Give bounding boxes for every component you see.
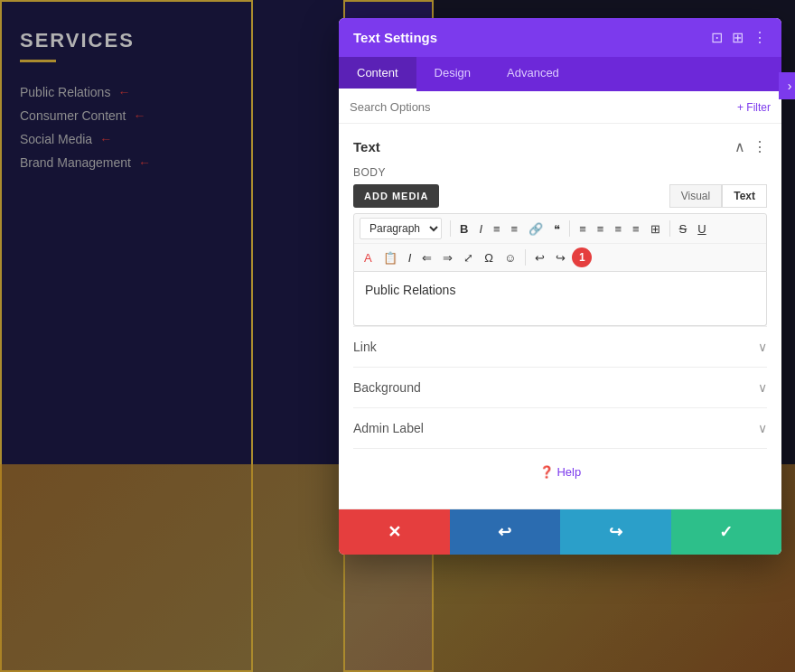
ordered-list-button[interactable]: ≡ <box>507 220 523 238</box>
blockquote-button[interactable]: ❝ <box>549 220 565 238</box>
italic2-button[interactable]: I <box>404 249 416 266</box>
paste-button[interactable]: 📋 <box>379 249 402 266</box>
font-color-button[interactable]: A <box>360 249 377 266</box>
align-justify-button[interactable]: ≡ <box>628 220 644 238</box>
modal-search-bar: + Filter <box>339 91 781 124</box>
admin-label-collapse-icon: ∨ <box>758 421 767 435</box>
tab-content[interactable]: Content <box>339 57 416 91</box>
indent-button[interactable]: ⇒ <box>438 249 457 266</box>
align-left-button[interactable]: ≡ <box>575 220 591 238</box>
search-input[interactable] <box>350 100 730 114</box>
bold-button[interactable]: B <box>455 220 472 238</box>
tab-advanced[interactable]: Advanced <box>489 57 577 91</box>
view-buttons: Visual Text <box>669 184 767 208</box>
redo-button[interactable]: ↪ <box>560 509 671 555</box>
link-label: Link <box>353 340 377 354</box>
editor-top-toolbar: ADD MEDIA Visual Text <box>353 184 767 208</box>
section-title: Text <box>353 139 380 154</box>
fullscreen-icon[interactable]: ⊡ <box>711 29 723 46</box>
undo-icon: ↩ <box>498 522 511 542</box>
add-media-button[interactable]: ADD MEDIA <box>353 184 439 208</box>
table-button[interactable]: ⊞ <box>646 220 665 238</box>
special-chars-button[interactable]: Ω <box>480 249 498 266</box>
section-title-row: Text <box>353 139 380 154</box>
grid-icon[interactable]: ⊞ <box>732 29 744 46</box>
toolbar-row-2: A 📋 I ⇐ ⇒ ⤢ Ω ☺ ↩ ↪ 1 <box>354 244 766 271</box>
admin-label-collapse-header[interactable]: Admin Label ∨ <box>353 421 767 435</box>
section-more-icon[interactable]: ⋮ <box>753 138 767 155</box>
admin-label-section: Admin Label ∨ <box>353 407 767 448</box>
delete-icon: ✕ <box>388 522 401 542</box>
section-header: Text ∧ ⋮ <box>353 138 767 155</box>
redo-editor-button[interactable]: ↪ <box>551 249 570 266</box>
toolbar-separator <box>525 249 526 266</box>
text-view-button[interactable]: Text <box>722 184 767 208</box>
emoji-button[interactable]: ☺ <box>500 249 520 266</box>
underline-button[interactable]: U <box>693 220 710 238</box>
admin-label-label: Admin Label <box>353 421 424 435</box>
outdent-button[interactable]: ⇐ <box>417 249 436 266</box>
help-link[interactable]: ❓ Help <box>539 465 581 479</box>
align-right-button[interactable]: ≡ <box>610 220 626 238</box>
modal-header-icons: ⊡ ⊞ ⋮ <box>711 29 767 46</box>
modal-close-side-button[interactable]: › <box>779 72 795 99</box>
filter-button[interactable]: + Filter <box>737 101 771 114</box>
unordered-list-button[interactable]: ≡ <box>489 220 505 238</box>
undo-editor-button[interactable]: ↩ <box>530 249 549 266</box>
editor-toolbar: Paragraph B I ≡ ≡ 🔗 ❝ ≡ ≡ ≡ ≡ ⊞ S <box>353 213 767 272</box>
toolbar-separator <box>450 220 451 237</box>
undo-button[interactable]: ↩ <box>450 509 561 555</box>
fullscreen-editor-button[interactable]: ⤢ <box>459 249 478 266</box>
help-row: ❓ Help <box>353 448 767 494</box>
strikethrough-button[interactable]: S <box>675 220 692 238</box>
more-icon[interactable]: ⋮ <box>753 29 767 46</box>
toolbar-separator <box>569 220 570 237</box>
background-section: Background ∨ <box>353 367 767 407</box>
badge-number: 1 <box>572 247 592 267</box>
toolbar-row-1: Paragraph B I ≡ ≡ 🔗 ❝ ≡ ≡ ≡ ≡ ⊞ S <box>354 214 766 244</box>
text-settings-modal: Text Settings ⊡ ⊞ ⋮ Content Design Advan… <box>339 18 781 555</box>
link-section: Link ∨ <box>353 326 767 367</box>
tab-design[interactable]: Design <box>416 57 489 91</box>
align-center-button[interactable]: ≡ <box>593 220 609 238</box>
modal-body: Text ∧ ⋮ Body ADD MEDIA Visual Text <box>339 124 781 509</box>
visual-view-button[interactable]: Visual <box>669 184 722 208</box>
background-collapse-header[interactable]: Background ∨ <box>353 380 767 395</box>
text-section: Text ∧ ⋮ Body ADD MEDIA Visual Text <box>353 138 767 326</box>
paragraph-select[interactable]: Paragraph <box>360 218 442 239</box>
modal-title: Text Settings <box>353 30 437 45</box>
section-collapse-icon[interactable]: ∧ <box>734 138 745 155</box>
link-collapse-header[interactable]: Link ∨ <box>353 340 767 354</box>
link-collapse-icon: ∨ <box>758 340 767 354</box>
save-button[interactable]: ✓ <box>671 509 782 555</box>
modal-header: Text Settings ⊡ ⊞ ⋮ <box>339 18 781 57</box>
editor-content[interactable]: Public Relations <box>353 272 767 326</box>
delete-button[interactable]: ✕ <box>339 509 450 555</box>
body-label: Body <box>353 166 767 179</box>
modal-tabs: Content Design Advanced <box>339 57 781 91</box>
background-label: Background <box>353 380 421 395</box>
save-icon: ✓ <box>719 522 733 542</box>
background-collapse-icon: ∨ <box>758 380 767 395</box>
italic-button[interactable]: I <box>474 220 487 238</box>
redo-icon: ↪ <box>609 522 622 542</box>
link-button[interactable]: 🔗 <box>524 220 547 238</box>
toolbar-separator <box>669 220 670 237</box>
modal-footer: ✕ ↩ ↪ ✓ <box>339 509 781 555</box>
